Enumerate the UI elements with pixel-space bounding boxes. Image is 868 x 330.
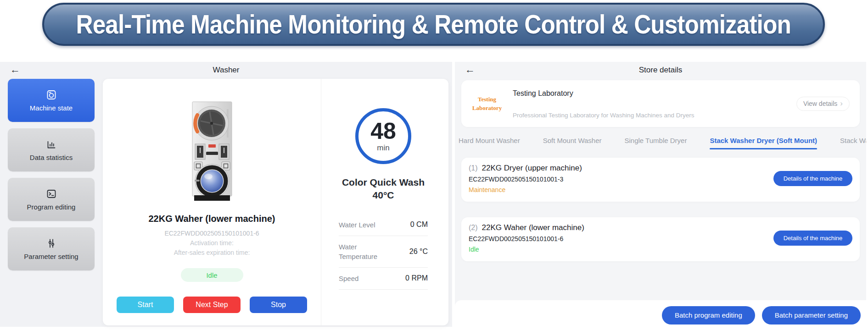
stat-label: Water Level (339, 220, 375, 230)
store-panel-title: Store details (455, 66, 866, 75)
stat-value: 26 °C (409, 248, 428, 256)
machine-list-item-2: (2) 22KG Waher (lower machine) EC22FWDD0… (461, 217, 860, 261)
banner-title: Real-Time Machine Monitoring & Remote Co… (76, 9, 791, 39)
sidebar-item-parameter-setting[interactable]: Parameter setting (8, 227, 95, 270)
tab-single-tumble-dryer[interactable]: Single Tumble Dryer (625, 137, 687, 149)
view-details-label: View details (803, 100, 837, 107)
expiration-time-label: After-sales expiration time: (174, 249, 250, 256)
store-info-card: Testing Laboratory Testing Laboratory Pr… (461, 80, 860, 127)
machine-name: 22KG Dryer (upper machine) (482, 164, 582, 173)
stat-label: Water Temperature (339, 242, 394, 261)
store-panel: ← Store details Testing Laboratory Testi… (455, 62, 866, 330)
store-name: Testing Laboratory (513, 89, 796, 98)
store-logo-line2: Laboratory (472, 104, 502, 112)
page: Real-Time Machine Monitoring & Remote Co… (0, 0, 868, 330)
sidebar-item-data-statistics[interactable]: Data statistics (8, 128, 95, 171)
remaining-time-ring: 48 min (355, 108, 411, 164)
details-of-the-machine-button[interactable]: Details of the machine (773, 231, 852, 246)
store-info: Testing Laboratory Professional Testing … (513, 80, 796, 127)
machine-name: 22KG Waher (lower machine) (482, 223, 584, 232)
washer-panel: ← Washer Machine state Data statistics (0, 62, 452, 327)
store-panel-header: ← Store details (455, 62, 866, 78)
bar-chart-icon (46, 139, 57, 150)
washing-machine-icon (46, 89, 57, 100)
stop-button[interactable]: Stop (250, 297, 307, 313)
sidebar-item-label: Program editing (27, 203, 76, 211)
activation-time-label: Activation time: (190, 239, 234, 247)
tab-soft-mount-washer[interactable]: Soft Mount Washer (543, 137, 602, 149)
sidebar-item-label: Parameter setting (24, 253, 78, 260)
program-name-text: Color Quick Wash (342, 177, 425, 187)
remaining-minutes: 48 (370, 120, 396, 143)
stacked-washer-dryer-image (173, 98, 251, 204)
tab-stack-washer-dryer-soft-mount[interactable]: Stack Washer Dryer (Soft Mount) (710, 137, 817, 149)
machine-state-card: 22KG Waher (lower machine) EC22FWDD00250… (103, 79, 448, 325)
next-step-button[interactable]: Next Step (183, 297, 241, 313)
start-button[interactable]: Start (117, 297, 174, 313)
machine-column: 22KG Waher (lower machine) EC22FWDD00250… (103, 79, 321, 325)
machine-type-tabs: Hard Mount Washer Soft Mount Washer Sing… (459, 137, 866, 149)
machine-serial: EC22FWDD002505150101001-6 (164, 230, 259, 237)
machine-controls: Start Next Step Stop (117, 297, 307, 313)
status-column: 48 min Color Quick Wash 40°C Water Level… (321, 79, 448, 325)
batch-parameter-setting-button[interactable]: Batch parameter setting (762, 306, 861, 324)
stat-label: Speed (339, 274, 358, 283)
sliders-icon (46, 238, 57, 249)
washer-sidebar: Machine state Data statistics Program ed… (8, 79, 95, 270)
stat-row-water-temperature: Water Temperature 26 °C (339, 236, 428, 268)
stat-row-speed: Speed 0 RPM (339, 268, 428, 290)
batch-program-editing-button[interactable]: Batch program editing (662, 306, 755, 324)
sidebar-item-program-editing[interactable]: Program editing (8, 178, 95, 221)
terminal-icon (46, 188, 57, 199)
sidebar-item-label: Machine state (30, 104, 73, 112)
washer-panel-title: Washer (0, 66, 452, 75)
store-logo: Testing Laboratory (461, 96, 513, 112)
store-footer-bar: Batch program editing Batch parameter se… (455, 300, 866, 330)
sidebar-item-machine-state[interactable]: Machine state (8, 79, 95, 122)
program-temperature: 40°C (373, 190, 394, 200)
header-banner: Real-Time Machine Monitoring & Remote Co… (42, 3, 825, 46)
stat-row-water-level: Water Level 0 CM (339, 214, 428, 236)
machine-name: 22KG Waher (lower machine) (149, 214, 275, 224)
tab-stack-washer-dryer-hard-mount[interactable]: Stack Washer Dryer (H (840, 137, 866, 149)
tab-hard-mount-washer[interactable]: Hard Mount Washer (459, 137, 520, 149)
machine-status: Maintenance (469, 186, 852, 193)
washer-panel-header: ← Washer (0, 62, 452, 78)
machine-list-item-1: (1) 22KG Dryer (upper machine) EC22FWDD0… (461, 158, 860, 202)
machine-status: Idle (469, 246, 852, 253)
stat-value: 0 RPM (405, 274, 428, 282)
machine-stats: Water Level 0 CM Water Temperature 26 °C… (339, 214, 428, 290)
program-name: Color Quick Wash 40°C (342, 176, 425, 202)
machine-index: (1) (469, 164, 478, 172)
chevron-right-icon: › (840, 99, 843, 108)
remaining-unit: min (377, 143, 389, 153)
machine-status-badge: Idle (181, 268, 243, 282)
sidebar-item-label: Data statistics (30, 154, 73, 161)
store-logo-line1: Testing (478, 96, 496, 103)
store-description: Professional Testing Laboratory for Wash… (513, 112, 796, 119)
view-details-button[interactable]: View details › (796, 97, 850, 111)
details-of-the-machine-button[interactable]: Details of the machine (773, 171, 852, 186)
machine-index: (2) (469, 224, 478, 232)
stat-value: 0 CM (410, 220, 428, 229)
